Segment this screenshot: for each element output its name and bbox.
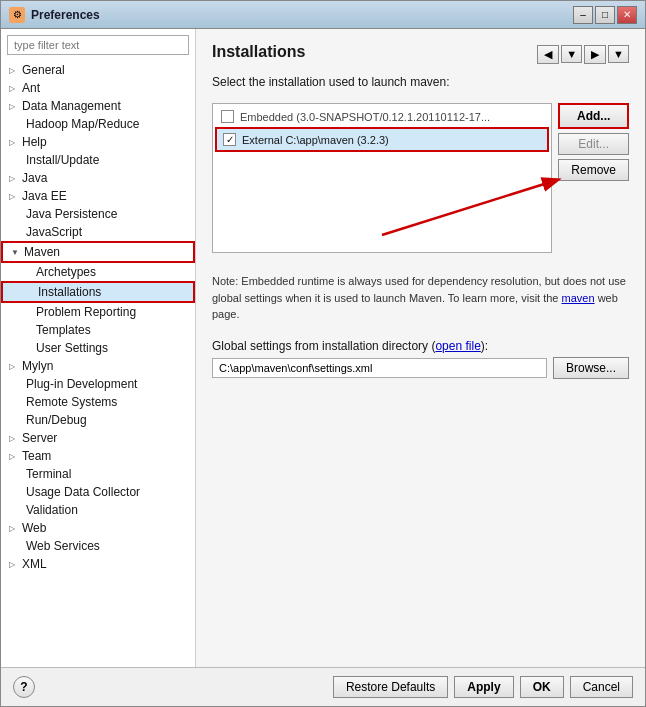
sidebar-item-label: JavaScript	[26, 225, 82, 239]
sidebar-item-java-ee[interactable]: ▷ Java EE	[1, 187, 195, 205]
content-area: Installations ◀ ▼ ▶ ▼ Select the install…	[196, 29, 645, 667]
expand-arrow: ▷	[9, 84, 19, 93]
main-content: ▷ General ▷ Ant ▷ Data Management Hadoop…	[1, 29, 645, 667]
install-label-embedded: Embedded (3.0-SNAPSHOT/0.12.1.20110112-1…	[240, 111, 490, 123]
expand-arrow: ▷	[9, 138, 19, 147]
sidebar-item-label: Plug-in Development	[26, 377, 137, 391]
sidebar-item-label: Templates	[36, 323, 91, 337]
sidebar-item-server[interactable]: ▷ Server	[1, 429, 195, 447]
filter-input[interactable]	[7, 35, 189, 55]
sidebar-item-plugin-dev[interactable]: Plug-in Development	[1, 375, 195, 393]
sidebar-item-archetypes[interactable]: Archetypes	[1, 263, 195, 281]
sidebar-item-label: Archetypes	[36, 265, 96, 279]
edit-button[interactable]: Edit...	[558, 133, 629, 155]
sidebar-item-team[interactable]: ▷ Team	[1, 447, 195, 465]
sidebar-item-label: Help	[22, 135, 47, 149]
title-bar: ⚙ Preferences – □ ✕	[1, 1, 645, 29]
global-row: Browse...	[212, 357, 629, 379]
sidebar-item-hadoop[interactable]: Hadoop Map/Reduce	[1, 115, 195, 133]
sidebar-item-templates[interactable]: Templates	[1, 321, 195, 339]
sidebar-item-help[interactable]: ▷ Help	[1, 133, 195, 151]
sidebar-item-label: Remote Systems	[26, 395, 117, 409]
sidebar-item-label: Run/Debug	[26, 413, 87, 427]
sidebar-item-general[interactable]: ▷ General	[1, 61, 195, 79]
nav-dropdown-button[interactable]: ▼	[561, 45, 582, 63]
restore-defaults-button[interactable]: Restore Defaults	[333, 676, 448, 698]
install-label-external: External C:\app\maven (3.2.3)	[242, 134, 389, 146]
sidebar-item-label: General	[22, 63, 65, 77]
add-button[interactable]: Add...	[558, 103, 629, 129]
back-button[interactable]: ◀	[537, 45, 559, 64]
ok-button[interactable]: OK	[520, 676, 564, 698]
title-buttons: – □ ✕	[573, 6, 637, 24]
preferences-window: ⚙ Preferences – □ ✕ ▷ General ▷ Ant ▷ Da…	[0, 0, 646, 707]
nav-dropdown2-button[interactable]: ▼	[608, 45, 629, 63]
install-checkbox-external[interactable]: ✓	[223, 133, 236, 146]
sidebar-item-label: Web Services	[26, 539, 100, 553]
forward-button[interactable]: ▶	[584, 45, 606, 64]
global-settings-input[interactable]	[212, 358, 547, 378]
expand-arrow: ▷	[9, 560, 19, 569]
sidebar-item-remote-systems[interactable]: Remote Systems	[1, 393, 195, 411]
page-title: Installations	[212, 43, 305, 61]
sidebar-item-web-services[interactable]: Web Services	[1, 537, 195, 555]
sidebar-item-label: Problem Reporting	[36, 305, 136, 319]
sidebar-item-javascript[interactable]: JavaScript	[1, 223, 195, 241]
cancel-button[interactable]: Cancel	[570, 676, 633, 698]
sidebar-item-label: Server	[22, 431, 57, 445]
window-title: Preferences	[31, 8, 100, 22]
help-button[interactable]: ?	[13, 676, 35, 698]
expand-arrow: ▷	[9, 362, 19, 371]
select-label: Select the installation used to launch m…	[212, 75, 629, 89]
sidebar-item-java[interactable]: ▷ Java	[1, 169, 195, 187]
open-file-link[interactable]: open file	[435, 339, 480, 353]
sidebar-item-label: Validation	[26, 503, 78, 517]
sidebar-item-label: Web	[22, 521, 46, 535]
sidebar-item-web[interactable]: ▷ Web	[1, 519, 195, 537]
spacer	[212, 389, 629, 654]
browse-button[interactable]: Browse...	[553, 357, 629, 379]
sidebar-item-ant[interactable]: ▷ Ant	[1, 79, 195, 97]
sidebar-item-maven[interactable]: ▼ Maven	[1, 241, 195, 263]
note-text: Note: Embedded runtime is always used fo…	[212, 273, 629, 323]
sidebar-item-install-update[interactable]: Install/Update	[1, 151, 195, 169]
sidebar-item-label: Maven	[24, 245, 60, 259]
sidebar-item-label: Java	[22, 171, 47, 185]
maven-link[interactable]: maven	[562, 292, 595, 304]
sidebar-item-terminal[interactable]: Terminal	[1, 465, 195, 483]
sidebar-item-data-management[interactable]: ▷ Data Management	[1, 97, 195, 115]
sidebar-item-label: Terminal	[26, 467, 71, 481]
sidebar-item-label: Java EE	[22, 189, 67, 203]
expand-arrow: ▷	[9, 102, 19, 111]
minimize-button[interactable]: –	[573, 6, 593, 24]
global-label: Global settings from installation direct…	[212, 339, 629, 353]
install-item-external[interactable]: ✓ External C:\app\maven (3.2.3)	[215, 127, 549, 152]
expand-arrow: ▷	[9, 452, 19, 461]
expand-arrow: ▷	[9, 66, 19, 75]
install-buttons: Add... Edit... Remove	[558, 103, 629, 253]
sidebar-item-label: XML	[22, 557, 47, 571]
apply-button[interactable]: Apply	[454, 676, 513, 698]
sidebar-item-usage-data[interactable]: Usage Data Collector	[1, 483, 195, 501]
sidebar-item-label: Usage Data Collector	[26, 485, 140, 499]
sidebar: ▷ General ▷ Ant ▷ Data Management Hadoop…	[1, 29, 196, 667]
sidebar-item-xml[interactable]: ▷ XML	[1, 555, 195, 573]
install-item-embedded[interactable]: Embedded (3.0-SNAPSHOT/0.12.1.20110112-1…	[215, 106, 549, 127]
window-icon: ⚙	[9, 7, 25, 23]
sidebar-item-installations[interactable]: Installations	[1, 281, 195, 303]
remove-button[interactable]: Remove	[558, 159, 629, 181]
close-button[interactable]: ✕	[617, 6, 637, 24]
sidebar-item-label: Install/Update	[26, 153, 99, 167]
sidebar-item-label: Mylyn	[22, 359, 53, 373]
bottom-bar: ? Restore Defaults Apply OK Cancel	[1, 667, 645, 706]
sidebar-item-mylyn[interactable]: ▷ Mylyn	[1, 357, 195, 375]
expand-arrow: ▷	[9, 434, 19, 443]
sidebar-item-validation[interactable]: Validation	[1, 501, 195, 519]
sidebar-item-label: Java Persistence	[26, 207, 117, 221]
sidebar-item-java-persistence[interactable]: Java Persistence	[1, 205, 195, 223]
install-checkbox-embedded[interactable]	[221, 110, 234, 123]
sidebar-item-problem-reporting[interactable]: Problem Reporting	[1, 303, 195, 321]
maximize-button[interactable]: □	[595, 6, 615, 24]
sidebar-item-run-debug[interactable]: Run/Debug	[1, 411, 195, 429]
sidebar-item-user-settings[interactable]: User Settings	[1, 339, 195, 357]
